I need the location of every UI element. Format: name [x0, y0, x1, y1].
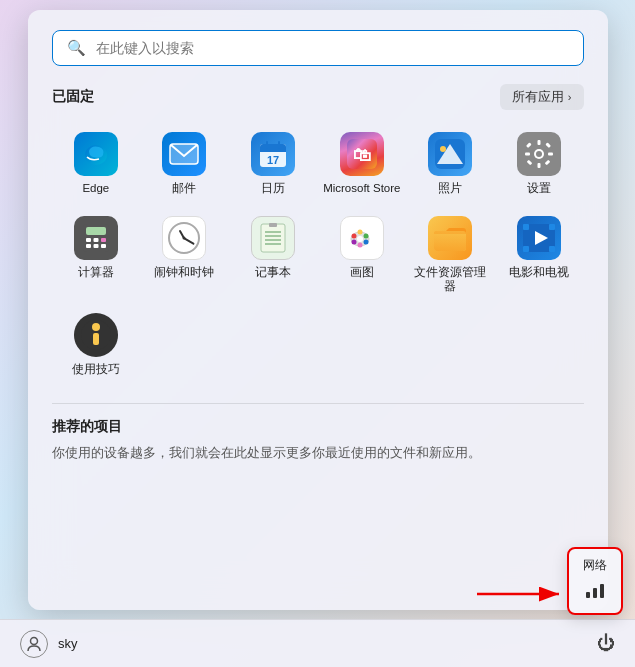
photos-icon — [428, 132, 472, 176]
app-notepad[interactable]: 记事本 — [229, 208, 318, 302]
svg-point-60 — [31, 637, 38, 644]
svg-rect-28 — [93, 238, 98, 242]
store-label: Microsoft Store — [323, 182, 400, 196]
app-mail[interactable]: 邮件 — [140, 124, 229, 204]
app-tips[interactable]: 使用技巧 — [52, 305, 141, 385]
app-films[interactable]: 电影和电视 — [495, 208, 584, 302]
svg-rect-63 — [600, 584, 604, 598]
settings-label: 设置 — [527, 182, 551, 196]
store-icon: 🛍 — [340, 132, 384, 176]
svg-rect-32 — [101, 244, 106, 248]
tips-icon — [74, 313, 118, 357]
svg-rect-26 — [86, 227, 106, 235]
svg-rect-56 — [549, 246, 555, 252]
svg-point-16 — [536, 151, 542, 157]
clock-icon — [162, 216, 206, 260]
svg-rect-33 — [261, 224, 285, 252]
section-divider — [52, 403, 584, 404]
mail-icon — [162, 132, 206, 176]
svg-point-42 — [351, 233, 356, 238]
app-calendar[interactable]: 17 日历 — [229, 124, 318, 204]
all-apps-button[interactable]: 所有应用 › — [500, 84, 584, 110]
app-calc[interactable]: 计算器 — [52, 208, 141, 302]
svg-rect-19 — [525, 153, 530, 156]
calendar-label: 日历 — [261, 182, 285, 196]
pinned-header: 已固定 所有应用 › — [52, 84, 584, 110]
svg-rect-20 — [548, 153, 553, 156]
svg-rect-18 — [538, 163, 541, 168]
search-icon: 🔍 — [67, 39, 86, 57]
app-store[interactable]: 🛍 Microsoft Store — [317, 124, 406, 204]
svg-point-46 — [357, 242, 362, 247]
mail-label: 邮件 — [172, 182, 196, 196]
calc-label: 计算器 — [78, 266, 114, 280]
network-label: 网络 — [583, 557, 607, 574]
app-paint[interactable]: 画图 — [317, 208, 406, 302]
svg-rect-29 — [101, 238, 106, 242]
settings-icon — [517, 132, 561, 176]
network-icon — [584, 578, 606, 605]
films-icon — [517, 216, 561, 260]
start-menu: 🔍 已固定 所有应用 › — [28, 10, 608, 610]
user-avatar[interactable] — [20, 630, 48, 658]
pinned-grid: Edge 邮件 — [52, 124, 584, 385]
svg-rect-55 — [549, 224, 555, 230]
pinned-title: 已固定 — [52, 88, 94, 106]
recommendations-title: 推荐的项目 — [52, 418, 584, 436]
search-input[interactable] — [96, 40, 569, 56]
svg-rect-5 — [260, 148, 286, 152]
paint-icon — [340, 216, 384, 260]
svg-rect-39 — [269, 223, 277, 227]
app-explorer[interactable]: 文件资源管理器 — [406, 208, 495, 302]
svg-text:17: 17 — [267, 154, 279, 166]
svg-point-43 — [357, 229, 362, 234]
app-edge[interactable]: Edge — [52, 124, 141, 204]
explorer-icon — [428, 216, 472, 260]
svg-point-13 — [440, 146, 446, 152]
taskbar-left: sky — [20, 630, 78, 658]
notepad-label: 记事本 — [255, 266, 291, 280]
power-button[interactable]: ⏻ — [593, 629, 619, 658]
pinned-section: 已固定 所有应用 › — [52, 84, 584, 393]
taskbar: sky ⏻ — [0, 619, 635, 667]
calc-icon — [74, 216, 118, 260]
app-clock[interactable]: 闹钟和时钟 — [140, 208, 229, 302]
svg-rect-54 — [523, 246, 529, 252]
taskbar-right: ⏻ — [593, 629, 619, 658]
username-label: sky — [58, 636, 78, 651]
svg-rect-30 — [86, 244, 91, 248]
svg-rect-53 — [523, 224, 529, 230]
clock-label: 闹钟和时钟 — [154, 266, 214, 280]
svg-rect-62 — [593, 588, 597, 598]
notepad-icon — [251, 216, 295, 260]
chevron-right-icon: › — [568, 91, 572, 103]
search-bar[interactable]: 🔍 — [52, 30, 584, 66]
films-label: 电影和电视 — [509, 266, 569, 280]
paint-label: 画图 — [350, 266, 374, 280]
svg-rect-17 — [538, 140, 541, 145]
recommendations-desc: 你使用的设备越多，我们就会在此处显示更多你最近使用的文件和新应用。 — [52, 444, 584, 463]
svg-point-47 — [351, 239, 356, 244]
svg-point-44 — [363, 233, 368, 238]
svg-point-58 — [92, 323, 100, 331]
app-photos[interactable]: 照片 — [406, 124, 495, 204]
svg-text:🛍: 🛍 — [353, 145, 371, 165]
svg-point-45 — [363, 239, 368, 244]
svg-rect-31 — [93, 244, 98, 248]
edge-icon — [74, 132, 118, 176]
svg-rect-27 — [86, 238, 91, 242]
recommendations-section: 推荐的项目 你使用的设备越多，我们就会在此处显示更多你最近使用的文件和新应用。 — [52, 418, 584, 463]
all-apps-label: 所有应用 — [512, 88, 564, 106]
svg-point-48 — [357, 236, 363, 242]
photos-label: 照片 — [438, 182, 462, 196]
svg-rect-61 — [586, 592, 590, 598]
calendar-icon: 17 — [251, 132, 295, 176]
edge-label: Edge — [82, 182, 109, 196]
svg-rect-59 — [93, 333, 99, 345]
svg-rect-50 — [434, 231, 466, 251]
tips-label: 使用技巧 — [72, 363, 120, 377]
network-popup[interactable]: 网络 — [567, 547, 623, 615]
explorer-label: 文件资源管理器 — [410, 266, 491, 294]
app-settings[interactable]: 设置 — [495, 124, 584, 204]
